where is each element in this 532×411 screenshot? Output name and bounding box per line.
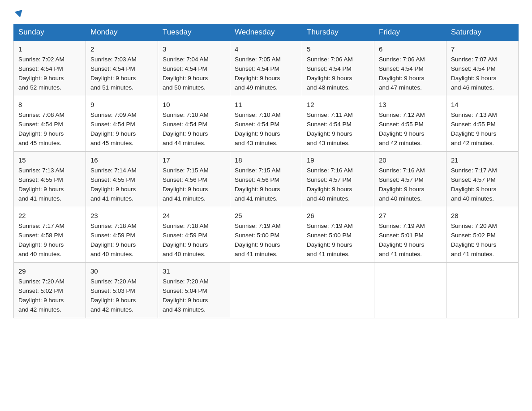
sunset-label: Sunset: 4:54 PM (90, 65, 135, 72)
sunset-label: Sunset: 4:59 PM (163, 232, 207, 239)
sunrise-label: Sunrise: 7:08 AM (18, 111, 64, 118)
sunrise-label: Sunrise: 7:09 AM (90, 111, 137, 118)
sunset-label: Sunset: 4:57 PM (379, 176, 424, 183)
day-number: 13 (379, 99, 442, 110)
daylight-label: Daylight: 9 hours (235, 75, 280, 81)
daylight-label: Daylight: 9 hours (379, 130, 424, 137)
daylight-minutes: and 42 minutes. (451, 140, 494, 146)
calendar-cell: 12 Sunrise: 7:11 AM Sunset: 4:54 PM Dayl… (302, 96, 374, 151)
sunset-label: Sunset: 4:54 PM (379, 65, 424, 72)
daylight-minutes: and 43 minutes. (163, 306, 206, 313)
daylight-label: Daylight: 9 hours (163, 241, 208, 248)
calendar-cell: 29 Sunrise: 7:20 AM Sunset: 5:02 PM Dayl… (14, 262, 86, 318)
day-header-saturday: Saturday (446, 24, 519, 41)
sunrise-label: Sunrise: 7:17 AM (451, 167, 497, 174)
calendar-cell: 25 Sunrise: 7:19 AM Sunset: 5:00 PM Dayl… (230, 207, 302, 262)
page-header (13, 11, 519, 17)
daylight-label: Daylight: 9 hours (18, 130, 64, 137)
sunset-label: Sunset: 5:00 PM (307, 232, 352, 239)
day-number: 5 (307, 44, 369, 54)
sunrise-label: Sunrise: 7:18 AM (90, 223, 137, 229)
sunrise-label: Sunrise: 7:07 AM (451, 56, 497, 63)
daylight-label: Daylight: 9 hours (18, 186, 64, 193)
daylight-minutes: and 41 minutes. (18, 195, 61, 202)
day-number: 6 (379, 44, 442, 54)
daylight-label: Daylight: 9 hours (18, 297, 64, 304)
sunset-label: Sunset: 5:02 PM (18, 287, 63, 294)
daylight-minutes: and 47 minutes. (379, 84, 422, 91)
sunrise-label: Sunrise: 7:13 AM (451, 111, 497, 118)
sunrise-label: Sunrise: 7:10 AM (235, 111, 281, 118)
calendar-cell: 2 Sunrise: 7:03 AM Sunset: 4:54 PM Dayli… (86, 41, 158, 96)
sunrise-label: Sunrise: 7:06 AM (307, 56, 353, 63)
daylight-label: Daylight: 9 hours (163, 297, 208, 304)
sunrise-label: Sunrise: 7:03 AM (90, 56, 137, 63)
calendar-cell: 20 Sunrise: 7:16 AM Sunset: 4:57 PM Dayl… (374, 151, 446, 207)
daylight-label: Daylight: 9 hours (18, 75, 64, 81)
daylight-label: Daylight: 9 hours (379, 241, 424, 248)
daylight-minutes: and 51 minutes. (90, 84, 133, 91)
calendar-cell: 9 Sunrise: 7:09 AM Sunset: 4:54 PM Dayli… (86, 96, 158, 151)
daylight-label: Daylight: 9 hours (451, 130, 496, 137)
daylight-label: Daylight: 9 hours (90, 130, 136, 137)
calendar-cell: 3 Sunrise: 7:04 AM Sunset: 4:54 PM Dayli… (158, 41, 230, 96)
day-number: 23 (90, 210, 153, 221)
sunrise-label: Sunrise: 7:19 AM (235, 223, 281, 229)
daylight-label: Daylight: 9 hours (307, 130, 352, 137)
calendar-cell: 13 Sunrise: 7:12 AM Sunset: 4:55 PM Dayl… (374, 96, 446, 151)
calendar-cell: 7 Sunrise: 7:07 AM Sunset: 4:54 PM Dayli… (446, 41, 519, 96)
daylight-minutes: and 52 minutes. (18, 84, 61, 91)
day-header-tuesday: Tuesday (158, 24, 230, 41)
daylight-minutes: and 41 minutes. (163, 195, 206, 202)
day-number: 16 (90, 155, 153, 165)
calendar-cell: 1 Sunrise: 7:02 AM Sunset: 4:54 PM Dayli… (14, 41, 86, 96)
daylight-label: Daylight: 9 hours (163, 75, 208, 81)
sunset-label: Sunset: 4:54 PM (163, 121, 207, 128)
sunset-label: Sunset: 4:57 PM (451, 176, 496, 183)
daylight-label: Daylight: 9 hours (235, 186, 280, 193)
sunset-label: Sunset: 4:55 PM (90, 176, 135, 183)
daylight-label: Daylight: 9 hours (163, 130, 208, 137)
sunrise-label: Sunrise: 7:15 AM (163, 167, 209, 174)
day-number: 29 (18, 266, 81, 276)
daylight-minutes: and 40 minutes. (379, 195, 422, 202)
sunset-label: Sunset: 4:56 PM (163, 176, 207, 183)
calendar-cell: 16 Sunrise: 7:14 AM Sunset: 4:55 PM Dayl… (86, 151, 158, 207)
sunrise-label: Sunrise: 7:06 AM (379, 56, 425, 63)
sunrise-label: Sunrise: 7:18 AM (163, 223, 209, 229)
daylight-label: Daylight: 9 hours (90, 241, 136, 248)
day-header-friday: Friday (374, 24, 446, 41)
daylight-label: Daylight: 9 hours (235, 130, 280, 137)
calendar-cell (446, 262, 519, 318)
calendar-cell: 27 Sunrise: 7:19 AM Sunset: 5:01 PM Dayl… (374, 207, 446, 262)
calendar-table: SundayMondayTuesdayWednesdayThursdayFrid… (13, 24, 519, 318)
day-number: 3 (163, 44, 225, 54)
daylight-label: Daylight: 9 hours (163, 186, 208, 193)
calendar-cell: 10 Sunrise: 7:10 AM Sunset: 4:54 PM Dayl… (158, 96, 230, 151)
day-header-monday: Monday (86, 24, 158, 41)
day-number: 27 (379, 210, 442, 221)
sunrise-label: Sunrise: 7:19 AM (307, 223, 353, 229)
daylight-label: Daylight: 9 hours (451, 75, 496, 81)
sunset-label: Sunset: 4:55 PM (451, 121, 496, 128)
daylight-label: Daylight: 9 hours (90, 186, 136, 193)
calendar-cell: 4 Sunrise: 7:05 AM Sunset: 4:54 PM Dayli… (230, 41, 302, 96)
daylight-minutes: and 44 minutes. (163, 140, 206, 146)
calendar-week-2: 8 Sunrise: 7:08 AM Sunset: 4:54 PM Dayli… (14, 96, 519, 151)
calendar-cell (230, 262, 302, 318)
daylight-label: Daylight: 9 hours (451, 186, 496, 193)
sunset-label: Sunset: 4:56 PM (235, 176, 279, 183)
daylight-minutes: and 40 minutes. (451, 195, 494, 202)
sunrise-label: Sunrise: 7:10 AM (163, 111, 209, 118)
daylight-minutes: and 45 minutes. (18, 140, 61, 146)
sunrise-label: Sunrise: 7:12 AM (379, 111, 425, 118)
daylight-minutes: and 50 minutes. (163, 84, 206, 91)
day-number: 24 (163, 210, 225, 221)
calendar-cell: 24 Sunrise: 7:18 AM Sunset: 4:59 PM Dayl… (158, 207, 230, 262)
day-number: 9 (90, 99, 153, 110)
daylight-minutes: and 41 minutes. (90, 195, 133, 202)
day-number: 15 (18, 155, 81, 165)
daylight-minutes: and 40 minutes. (163, 251, 206, 257)
sunrise-label: Sunrise: 7:20 AM (90, 278, 137, 285)
day-number: 17 (163, 155, 225, 165)
